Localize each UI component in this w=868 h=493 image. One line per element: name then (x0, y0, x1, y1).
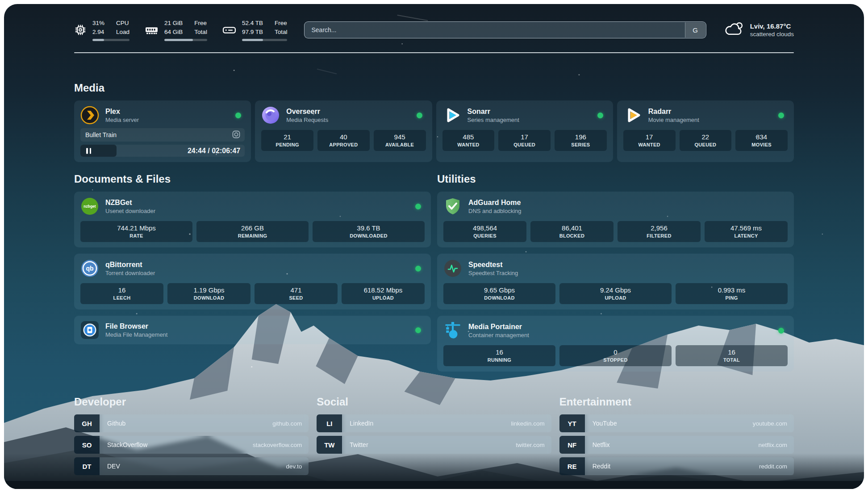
bookmark-dev[interactable]: DT DEV dev.to (74, 457, 309, 475)
stat-box: 40 APPROVED (317, 130, 370, 151)
sonarr-icon (442, 106, 461, 125)
system-stats: 31% 2.94 CPU Load (74, 19, 287, 41)
cpu-stat-group: 31% 2.94 CPU Load (74, 19, 129, 41)
stat-box: 21 PENDING (261, 130, 313, 151)
card-filebrowser[interactable]: File Browser Media File Management (74, 316, 431, 344)
status-dot (415, 204, 421, 209)
bookmark-name: Github (107, 420, 125, 427)
bookmark-youtube[interactable]: YT YouTube youtube.com (559, 414, 794, 432)
bookmark-abbr: GH (74, 414, 100, 432)
bookmark-linkedin[interactable]: LI LinkedIn linkedin.com (317, 414, 551, 432)
disk-free-value: 52.4 TB (242, 19, 263, 28)
stat-box: 945 AVAILABLE (374, 130, 426, 151)
disk-stat-group: 52.4 TB 97.9 TB Free Total (222, 19, 288, 41)
bookmark-twitter[interactable]: TW Twitter twitter.com (317, 436, 551, 454)
ram-stat-group: 21 GiB 64 GiB Free Total (145, 19, 207, 41)
app-name: Speedtest (468, 261, 788, 269)
ram-progress-bar (164, 39, 207, 41)
stat-box: 1.19 Gbps DOWNLOAD (167, 283, 250, 304)
bookmark-domain: stackoverflow.com (253, 442, 302, 448)
app-name: NZBGet (105, 199, 409, 207)
cpu-usage-value: 31% (92, 19, 104, 28)
disk-free-label: Free (275, 19, 288, 28)
card-portainer[interactable]: Media Portainer Container management 16 … (437, 316, 794, 372)
app-desc: Usenet downloader (105, 208, 409, 214)
cpu-load-label: Load (116, 28, 129, 37)
stat-box: 86,401 BLOCKED (530, 221, 613, 242)
bookmark-domain: twitter.com (516, 442, 545, 448)
weather-location: Lviv, 16.87°C (750, 22, 794, 30)
app-name: Overseerr (286, 108, 410, 116)
speedtest-icon (443, 259, 462, 278)
ram-progress-fill (164, 39, 193, 41)
bookmark-domain: linkedin.com (511, 420, 545, 427)
disk-icon (222, 25, 236, 36)
app-name: File Browser (105, 322, 409, 330)
stat-box: 834 MOVIES (735, 130, 788, 151)
top-bar: 31% 2.94 CPU Load (74, 16, 794, 44)
section-title-social: Social (317, 396, 551, 408)
ram-total-label: Total (194, 28, 207, 37)
filebrowser-icon (80, 321, 99, 339)
app-desc: Speedtest Tracking (468, 270, 788, 276)
session-icon (232, 130, 240, 140)
bookmark-name: Netflix (593, 441, 610, 448)
stat-box: 17 QUEUED (498, 130, 551, 151)
card-overseerr[interactable]: Overseerr Media Requests 21 PENDING 40 A… (255, 100, 432, 162)
bookmark-name: Reddit (593, 463, 610, 470)
stat-box: 22 QUEUED (680, 130, 732, 151)
app-name: Plex (105, 108, 229, 116)
bookmark-abbr: DT (74, 457, 100, 475)
app-desc: Media Requests (286, 117, 410, 123)
bookmark-github[interactable]: GH Github github.com (74, 414, 309, 432)
bookmark-abbr: RE (559, 457, 585, 475)
bookmark-stackoverflow[interactable]: SO StackOverflow stackoverflow.com (74, 436, 309, 454)
stat-box: 9.65 Gbps DOWNLOAD (443, 283, 555, 304)
stat-box: 16 TOTAL (676, 345, 788, 366)
status-dot (415, 327, 421, 333)
overseerr-icon (261, 106, 280, 125)
stat-box: 9.24 Gbps UPLOAD (559, 283, 672, 304)
stat-box: 16 LEECH (80, 283, 163, 304)
card-plex[interactable]: Plex Media server Bullet Train (74, 100, 251, 162)
section-title-documents: Documents & Files (74, 173, 431, 185)
bookmark-netflix[interactable]: NF Netflix netflix.com (559, 436, 794, 454)
status-dot (235, 113, 241, 118)
search-input[interactable] (304, 21, 706, 38)
svg-text:qb: qb (86, 265, 93, 272)
disk-progress-fill (242, 39, 263, 41)
bookmark-name: StackOverflow (107, 441, 147, 448)
card-sonarr[interactable]: Sonarr Series management 485 WANTED 17 Q… (436, 100, 613, 162)
disk-total-value: 97.9 TB (242, 28, 263, 37)
bookmark-reddit[interactable]: RE Reddit reddit.com (559, 457, 794, 475)
app-desc: Container management (468, 332, 772, 338)
card-speedtest[interactable]: Speedtest Speedtest Tracking 9.65 Gbps D… (437, 254, 794, 309)
card-nzbget[interactable]: nzbget NZBGet Usenet downloader 744.21 M… (74, 192, 431, 247)
stat-box: 471 SEED (255, 283, 338, 304)
ram-free-value: 21 GiB (164, 19, 183, 28)
card-radarr[interactable]: Radarr Movie management 17 WANTED 22 QUE… (617, 100, 794, 162)
card-adguard[interactable]: AdGuard Home DNS and adblocking 498,564 … (437, 192, 794, 247)
status-dot (597, 113, 603, 118)
search-engine-button[interactable]: G (685, 22, 705, 38)
card-qbittorrent[interactable]: qb qBittorrent Torrent downloader 16 LEE… (74, 254, 431, 309)
ram-free-label: Free (194, 19, 207, 28)
stat-box: 17 WANTED (623, 130, 676, 151)
pause-button[interactable] (86, 148, 91, 154)
section-title-developer: Developer (74, 396, 309, 408)
now-playing-title: Bullet Train (85, 131, 117, 138)
stat-box: 39.6 TB DOWNLOADED (313, 221, 425, 242)
search-bar: G (304, 21, 706, 38)
stat-box: 16 RUNNING (443, 345, 555, 366)
stat-box: 0.993 ms PING (676, 283, 788, 304)
cpu-usage-label: CPU (116, 19, 129, 28)
adguard-icon (443, 197, 462, 216)
cpu-load-value: 2.94 (92, 28, 104, 37)
bookmark-name: YouTube (593, 420, 617, 427)
section-title-utilities: Utilities (437, 173, 794, 185)
app-desc: Media server (105, 117, 229, 123)
app-desc: Movie management (648, 117, 772, 123)
disk-total-label: Total (275, 28, 288, 37)
bookmark-domain: netflix.com (758, 442, 787, 448)
app-name: qBittorrent (105, 261, 409, 269)
